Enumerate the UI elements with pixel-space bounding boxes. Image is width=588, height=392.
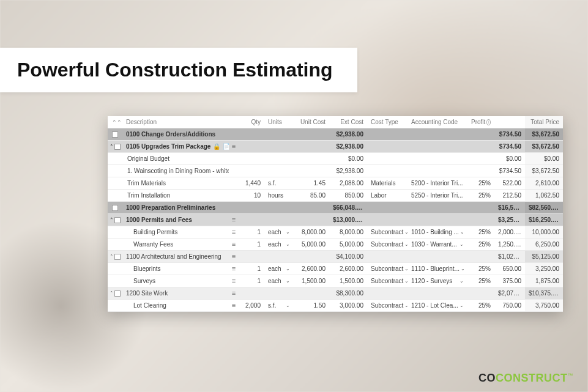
cost-type-cell[interactable]: Subcontract⌄ bbox=[367, 239, 408, 250]
description-text: Trim Installation bbox=[127, 192, 170, 199]
chevron-up-icon[interactable]: ˄ bbox=[110, 254, 113, 260]
cost-type-cell bbox=[367, 254, 408, 259]
row-checkbox[interactable] bbox=[114, 144, 121, 150]
cost-type-cell[interactable]: Subcontract⌄ bbox=[367, 226, 408, 238]
units-cell bbox=[264, 254, 294, 259]
qty-cell[interactable]: 1 bbox=[239, 263, 264, 275]
qty-cell[interactable]: 1 bbox=[239, 275, 264, 287]
ext-cost-cell: 2,600.00 bbox=[329, 263, 367, 275]
chevron-down-icon: ⌄ bbox=[286, 278, 290, 284]
profit-cell[interactable]: 25% bbox=[467, 300, 494, 311]
ext-cost-cell: 3,000.00 bbox=[329, 300, 367, 311]
chevron-up-icon[interactable]: ˄ bbox=[110, 217, 113, 223]
cost-type-cell[interactable]: Subcontract⌄ bbox=[367, 263, 408, 275]
description-text: Trim Materials bbox=[127, 180, 166, 187]
unit-cost-cell[interactable]: 5,000.00 bbox=[294, 239, 329, 250]
description-text: Lot Clearing bbox=[133, 302, 166, 309]
unit-cost-cell bbox=[294, 205, 329, 210]
accounting-code-cell bbox=[408, 169, 467, 174]
row-menu-icon[interactable]: ≡ bbox=[232, 229, 236, 235]
unit-cost-cell[interactable]: 1.50 bbox=[294, 300, 329, 311]
row-menu-icon[interactable]: ≡ bbox=[232, 253, 236, 260]
cost-type-cell[interactable]: Subcontract⌄ bbox=[367, 275, 408, 287]
double-chevron-up-icon: ⌃⌃ bbox=[112, 119, 118, 125]
units-cell[interactable]: each⌄ bbox=[264, 263, 294, 275]
profit-cell bbox=[467, 169, 494, 174]
units-cell[interactable]: each⌄ bbox=[264, 275, 294, 287]
description-text: Original Budget bbox=[127, 155, 169, 162]
row-menu-icon[interactable]: ≡ bbox=[232, 241, 236, 248]
qty-cell[interactable]: 1 bbox=[239, 226, 264, 238]
accounting-code-cell[interactable]: 1120 - Surveys⌄ bbox=[408, 275, 467, 287]
profit-cell[interactable]: 25% bbox=[467, 275, 494, 287]
row-checkbox[interactable] bbox=[114, 254, 121, 260]
unit-cost-cell bbox=[294, 157, 329, 161]
row-checkbox[interactable] bbox=[114, 290, 121, 297]
table-row: Lot Clearing≡2,000s.f.⌄1.503,000.00Subco… bbox=[108, 300, 563, 312]
profit-cell[interactable]: 25% bbox=[467, 239, 494, 250]
qty-cell[interactable]: 10 bbox=[239, 190, 264, 201]
lock-icon[interactable]: 🔒 bbox=[213, 143, 220, 150]
description-text: 1. Wainscoting in Dining Room - white bbox=[127, 168, 229, 174]
total-price-cell: $3,672.50 bbox=[525, 141, 563, 152]
profit-cell[interactable]: 25% bbox=[467, 263, 494, 275]
profit-amount-cell: 650.00 bbox=[494, 263, 525, 275]
total-price-cell: 6,250.00 bbox=[525, 239, 563, 250]
units-cell[interactable]: s.f.⌄ bbox=[264, 300, 294, 311]
accounting-code-cell[interactable]: 1030 - Warrant...⌄ bbox=[408, 239, 467, 250]
page-icon[interactable]: 📄 bbox=[223, 143, 229, 150]
accounting-code-cell[interactable]: 1110 - Blueprint...⌄ bbox=[408, 263, 467, 275]
qty-cell[interactable]: 1,440 bbox=[239, 177, 264, 189]
profit-cell bbox=[467, 157, 494, 161]
row-checkbox[interactable] bbox=[112, 205, 118, 211]
profit-cell bbox=[467, 205, 494, 210]
description-text: 1000 Permits and Fees bbox=[126, 216, 192, 223]
unit-cost-cell[interactable]: 2,600.00 bbox=[294, 263, 329, 275]
unit-cost-cell bbox=[294, 144, 329, 149]
unit-cost-cell[interactable]: 1,500.00 bbox=[294, 275, 329, 287]
profit-amount-cell: $734.50 bbox=[494, 141, 525, 152]
units-cell[interactable]: each⌄ bbox=[264, 239, 294, 250]
accounting-code-cell[interactable]: 1010 - Building ...⌄ bbox=[408, 226, 467, 238]
qty-cell[interactable]: 2,000 bbox=[239, 300, 264, 311]
profit-cell bbox=[467, 218, 494, 223]
row-menu-icon[interactable]: ≡ bbox=[232, 216, 236, 223]
table-row: Trim Materials1,440s.f.1.452,088.00Mater… bbox=[108, 177, 563, 190]
profit-cell[interactable]: 25% bbox=[467, 226, 494, 238]
unit-cost-cell[interactable]: 85.00 bbox=[294, 190, 329, 201]
row-checkbox[interactable] bbox=[114, 217, 121, 223]
info-icon[interactable]: i bbox=[486, 119, 491, 125]
chevron-up-icon[interactable]: ˄ bbox=[110, 144, 113, 150]
row-menu-icon[interactable]: ≡ bbox=[232, 143, 236, 150]
estimate-table: ⌃⌃ Description Qty Units Unit Cost Ext C… bbox=[108, 116, 563, 312]
profit-cell[interactable]: 25% bbox=[467, 177, 494, 189]
chevron-up-icon[interactable]: ˄ bbox=[110, 290, 113, 297]
unit-cost-cell bbox=[294, 218, 329, 223]
profit-cell[interactable]: 25% bbox=[467, 190, 494, 201]
description-text: 0105 Upgrades Trim Package bbox=[126, 143, 210, 150]
accounting-code-cell bbox=[408, 205, 467, 210]
units-cell bbox=[264, 157, 294, 161]
row-menu-icon[interactable]: ≡ bbox=[232, 278, 236, 284]
accounting-code-cell[interactable]: 1210 - Lot Clea...⌄ bbox=[408, 300, 467, 311]
row-menu-icon[interactable]: ≡ bbox=[232, 290, 236, 297]
cost-type-cell[interactable]: Subcontract⌄ bbox=[367, 300, 408, 311]
row-menu-icon[interactable]: ≡ bbox=[232, 302, 236, 309]
units-cell[interactable]: each⌄ bbox=[264, 226, 294, 238]
unit-cost-cell[interactable]: 1.45 bbox=[294, 177, 329, 189]
row-checkbox[interactable] bbox=[112, 131, 118, 138]
chevron-down-icon: ⌄ bbox=[460, 242, 464, 247]
row-menu-icon[interactable]: ≡ bbox=[232, 265, 236, 272]
qty-cell[interactable]: 1 bbox=[239, 239, 264, 250]
ext-cost-cell: $66,048.00 bbox=[329, 202, 367, 213]
profit-cell bbox=[467, 144, 494, 149]
profit-cell bbox=[467, 132, 494, 137]
collapse-all-toggle[interactable]: ⌃⌃ bbox=[108, 117, 122, 128]
chevron-down-icon: ⌄ bbox=[286, 303, 290, 308]
unit-cost-cell[interactable]: 8,000.00 bbox=[294, 226, 329, 238]
unit-cost-cell bbox=[294, 254, 329, 259]
table-row: 1000 Preparation Preliminaries$66,048.00… bbox=[108, 202, 563, 214]
total-price-cell: 3,750.00 bbox=[525, 300, 563, 311]
profit-amount-cell: $1,025.00 bbox=[494, 251, 525, 262]
chevron-down-icon: ⌄ bbox=[461, 266, 465, 272]
